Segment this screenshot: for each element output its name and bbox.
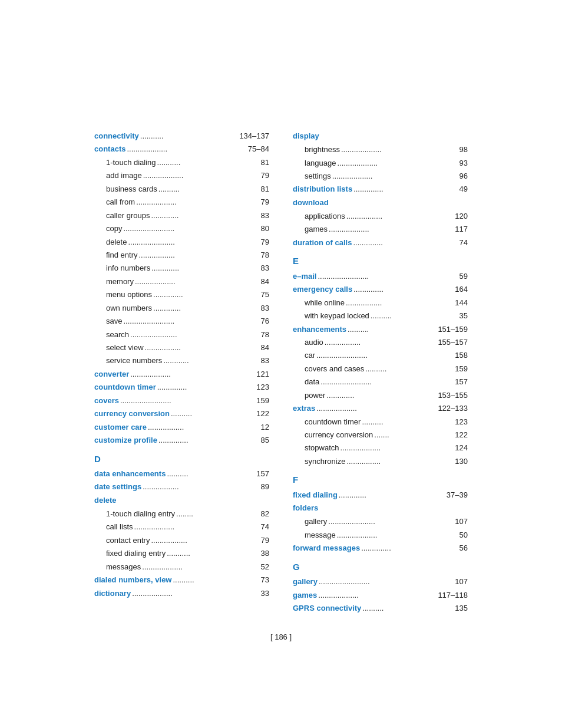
index-sub-entry: language...................93 <box>293 157 468 169</box>
entry-label: service numbers <box>106 354 162 367</box>
index-main-entry: e–mail........................59 <box>293 270 468 282</box>
index-main-entry: dictionary...................33 <box>94 587 269 599</box>
index-sub-entry: add image...................79 <box>94 169 269 182</box>
entry-page: 84 <box>261 341 269 354</box>
entry-page: 120 <box>455 210 468 222</box>
entry-label: with keypad locked <box>305 309 369 322</box>
entry-label: folders <box>293 503 318 512</box>
entry-label: add image <box>106 169 142 182</box>
entry-page: 98 <box>459 143 468 156</box>
entry-label: data <box>305 375 319 388</box>
entry-dots: ................... <box>318 589 437 601</box>
index-main-entry: dialed numbers, view..........73 <box>94 574 269 586</box>
entry-page: 79 <box>261 534 269 546</box>
entry-page: 144 <box>455 297 468 309</box>
entry-dots: ........................ <box>319 575 454 588</box>
entry-label: stopwatch <box>305 442 339 454</box>
entry-page: 82 <box>261 508 269 520</box>
index-sub-entry: applications.................120 <box>293 210 468 222</box>
entry-page: 79 <box>261 236 269 248</box>
entry-dots: ................... <box>134 521 260 533</box>
entry-label: duration of calls <box>293 236 352 249</box>
index-sub-entry: while online.................144 <box>293 297 468 309</box>
left-column: connectivity...........134–137contacts..… <box>94 130 269 600</box>
entry-dots: ................. <box>148 421 260 433</box>
entry-label: 1-touch dialing <box>106 156 156 169</box>
entry-page: 121 <box>256 368 269 380</box>
entry-label: connectivity <box>94 130 139 142</box>
index-sub-entry: car........................158 <box>293 349 468 361</box>
entry-dots: ................... <box>135 275 260 288</box>
index-main-entry: countdown timer..............123 <box>94 381 269 393</box>
index-main-entry: contacts...................75–84 <box>94 143 269 155</box>
index-main-entry: customize profile..............85 <box>94 434 269 446</box>
entry-dots: ............. <box>153 302 259 314</box>
entry-dots: ................... <box>332 170 458 182</box>
entry-label: forward messages <box>293 542 360 554</box>
entry-page: 75–84 <box>248 143 269 155</box>
entry-dots: ............. <box>151 209 259 222</box>
entry-label: while online <box>305 297 345 309</box>
entry-dots: ................ <box>346 455 454 467</box>
entry-page: 135 <box>455 602 468 614</box>
entry-label: menu options <box>106 288 152 301</box>
entry-label: delete <box>106 236 127 248</box>
entry-page: 78 <box>261 328 269 341</box>
entry-dots: .......... <box>362 602 454 614</box>
entry-dots: ........................ <box>316 349 454 361</box>
index-main-entry: converter...................121 <box>94 368 269 380</box>
entry-label: currency conversion <box>305 429 373 441</box>
entry-page: 157 <box>455 375 468 388</box>
entry-dots: ............. <box>151 262 259 274</box>
entry-dots: ................. <box>145 341 260 354</box>
entry-page: 73 <box>261 574 269 586</box>
entry-label: select view <box>106 341 144 354</box>
entry-page: 123 <box>455 416 468 428</box>
entry-dots: ........................ <box>320 375 454 388</box>
index-sub-entry: messages...................52 <box>94 561 269 573</box>
entry-dots: ............ <box>163 354 259 367</box>
index-sub-entry: own numbers.............83 <box>94 302 269 314</box>
entry-page: 117–118 <box>438 589 468 601</box>
index-sub-entry: with keypad locked..........35 <box>293 309 468 322</box>
entry-dots: ................... <box>132 587 259 599</box>
entry-dots: ................... <box>142 561 259 573</box>
entry-dots: ........................ <box>318 270 458 282</box>
index-main-entry: distribution lists..............49 <box>293 183 468 195</box>
index-sub-entry: service numbers............83 <box>94 354 269 367</box>
index-sub-entry: delete......................79 <box>94 236 269 248</box>
letter-heading: G <box>293 559 468 575</box>
index-main-entry: emergency calls..............164 <box>293 283 468 295</box>
entry-label: delete <box>94 496 117 505</box>
entry-page: 96 <box>459 170 468 182</box>
entry-label: data enhancements <box>94 467 166 480</box>
entry-label: fixed dialing <box>293 489 338 501</box>
entry-dots: ................. <box>346 210 454 222</box>
entry-page: 78 <box>261 249 269 261</box>
index-sub-entry: brightness...................98 <box>293 143 468 156</box>
index-sub-entry: search......................78 <box>94 328 269 341</box>
entry-page: 38 <box>261 547 269 559</box>
entry-label: distribution lists <box>293 183 352 195</box>
index-main-entry: enhancements.......... 151–159 <box>293 323 468 335</box>
index-sub-entry: menu options..............75 <box>94 288 269 301</box>
entry-dots: .............. <box>158 434 260 446</box>
letter-heading: D <box>94 452 269 467</box>
entry-dots: ................. <box>138 249 259 261</box>
entry-dots: .............. <box>157 381 256 393</box>
index-main-entry-nopage: download <box>293 196 468 209</box>
index-letter: F <box>293 472 468 487</box>
index-sub-entry: currency conversion.......122 <box>293 429 468 441</box>
right-column: displaybrightness...................98la… <box>293 130 468 615</box>
entry-dots: ................... <box>341 143 458 156</box>
entry-dots: ................. <box>151 534 259 546</box>
entry-label: language <box>305 157 336 169</box>
entry-page: 159 <box>256 394 269 407</box>
index-sub-entry: contact entry.................79 <box>94 534 269 546</box>
entry-dots: ................... <box>337 529 458 541</box>
entry-label: currency conversion <box>94 407 170 420</box>
entry-label: date settings <box>94 480 141 493</box>
index-sub-entry: covers and cases..........159 <box>293 363 468 375</box>
entry-page: 122 <box>256 407 269 420</box>
entry-dots: .......... <box>348 323 437 335</box>
